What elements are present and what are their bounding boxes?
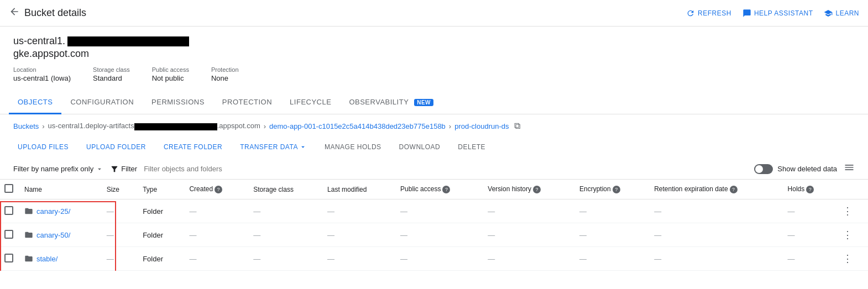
public-access-label: Public access bbox=[152, 66, 189, 73]
tab-configuration[interactable]: CONFIGURATION bbox=[61, 91, 143, 114]
new-badge: NEW bbox=[414, 99, 433, 106]
th-name: Name bbox=[18, 180, 100, 199]
row-checkbox-2[interactable] bbox=[4, 254, 13, 262]
cell-sc-0: — bbox=[247, 199, 321, 223]
location-value: us-central1 (Iowa) bbox=[13, 74, 71, 82]
bucket-name-prefix: us-central1. bbox=[13, 35, 65, 47]
folder-link-0[interactable]: canary-25/ bbox=[24, 207, 93, 216]
refresh-button[interactable]: REFRESH bbox=[686, 9, 731, 18]
create-folder-button[interactable]: CREATE FOLDER bbox=[159, 140, 227, 154]
table-row: canary-25/ — Folder — — — — — — — — ⋮ bbox=[0, 199, 868, 223]
header-row: Name Size Type Created? Storage class La… bbox=[0, 180, 868, 199]
th-size: Size bbox=[100, 180, 137, 199]
toolbar: UPLOAD FILES UPLOAD FOLDER CREATE FOLDER… bbox=[0, 138, 868, 159]
breadcrumb-bucket-path[interactable]: us-central1.deploy-artifacts.appspot.com bbox=[48, 122, 260, 130]
folder-name-0: canary-25/ bbox=[36, 207, 70, 216]
table-wrapper: Name Size Type Created? Storage class La… bbox=[0, 180, 868, 271]
cell-name-0: canary-25/ bbox=[18, 199, 100, 223]
copy-icon[interactable]: ⧉ bbox=[514, 121, 520, 131]
created-help-icon[interactable]: ? bbox=[215, 186, 222, 193]
more-button-1[interactable]: ⋮ bbox=[843, 229, 853, 241]
filter-row: Filter by name prefix only Filter Show d… bbox=[0, 159, 868, 180]
more-button-2[interactable]: ⋮ bbox=[843, 253, 853, 265]
cell-more-2: ⋮ bbox=[836, 247, 868, 271]
bucket-name-redacted bbox=[67, 36, 189, 46]
cell-vh-2: — bbox=[481, 247, 573, 271]
bucket-header: us-central1. gke.appspot.com Location us… bbox=[0, 27, 868, 87]
tab-protection[interactable]: PROTECTION bbox=[213, 91, 281, 114]
cell-created-1: — bbox=[182, 223, 247, 247]
columns-icon[interactable] bbox=[844, 162, 855, 176]
breadcrumb-buckets[interactable]: Buckets bbox=[13, 122, 39, 130]
cell-size-0: — bbox=[100, 199, 137, 223]
cell-size-2: — bbox=[100, 247, 137, 271]
manage-holds-button[interactable]: MANAGE HOLDS bbox=[320, 140, 386, 154]
delete-button[interactable]: DELETE bbox=[453, 140, 490, 154]
breadcrumb-sep1: › bbox=[42, 122, 44, 130]
filter-prefix-selector[interactable]: Filter by name prefix only bbox=[13, 165, 103, 173]
filter-label: Filter bbox=[121, 165, 137, 173]
tab-lifecycle[interactable]: LIFECYCLE bbox=[281, 91, 340, 114]
help-assistant-button[interactable]: HELP ASSISTANT bbox=[742, 9, 813, 18]
refresh-label: REFRESH bbox=[698, 9, 731, 17]
cell-enc-0: — bbox=[573, 199, 647, 223]
row-checkbox-1[interactable] bbox=[4, 230, 13, 239]
back-button[interactable] bbox=[9, 6, 20, 20]
row-checkbox-0[interactable] bbox=[4, 206, 13, 215]
cell-sc-1: — bbox=[247, 223, 321, 247]
cell-lm-0: — bbox=[321, 199, 394, 223]
storage-class-label: Storage class bbox=[93, 66, 130, 73]
tab-observability[interactable]: OBSERVABILITY NEW bbox=[340, 91, 442, 114]
public-access-help-icon[interactable]: ? bbox=[442, 186, 450, 193]
learn-button[interactable]: LEARN bbox=[824, 9, 859, 18]
row-checkbox-cell bbox=[0, 247, 18, 271]
tabs: OBJECTS CONFIGURATION PERMISSIONS PROTEC… bbox=[0, 91, 868, 114]
public-access-value: Not public bbox=[152, 74, 184, 82]
breadcrumb-folder2[interactable]: prod-cloudrun-ds bbox=[454, 122, 509, 130]
filter-input[interactable] bbox=[144, 165, 747, 173]
cell-lm-2: — bbox=[321, 247, 394, 271]
cell-more-0: ⋮ bbox=[836, 199, 868, 223]
show-deleted-toggle[interactable] bbox=[754, 164, 773, 174]
breadcrumb-folder1[interactable]: demo-app-001-c1015e2c5a414b438ded23eb775… bbox=[269, 122, 446, 130]
bucket-domain: gke.appspot.com bbox=[13, 48, 855, 60]
encryption-help-icon[interactable]: ? bbox=[613, 186, 620, 193]
table-row: canary-50/ — Folder — — — — — — — — ⋮ bbox=[0, 223, 868, 247]
location-label: Location bbox=[13, 66, 71, 73]
filter-button[interactable]: Filter bbox=[110, 165, 137, 174]
meta-public-access: Public access Not public bbox=[152, 66, 189, 82]
tab-permissions[interactable]: PERMISSIONS bbox=[143, 91, 213, 114]
folder-name-2: stable/ bbox=[36, 255, 57, 263]
filter-prefix-label: Filter by name prefix only bbox=[13, 165, 93, 173]
th-storage-class: Storage class bbox=[247, 180, 321, 199]
holds-help-icon[interactable]: ? bbox=[806, 186, 814, 193]
th-last-modified: Last modified bbox=[321, 180, 394, 199]
breadcrumb-redacted bbox=[134, 123, 217, 130]
cell-created-0: — bbox=[182, 199, 247, 223]
filter-right: Show deleted data bbox=[754, 162, 855, 176]
table-header: Name Size Type Created? Storage class La… bbox=[0, 180, 868, 199]
folder-link-1[interactable]: canary-50/ bbox=[24, 230, 93, 239]
th-created: Created? bbox=[182, 180, 247, 199]
toggle-knob bbox=[755, 165, 763, 173]
transfer-data-button[interactable]: TRANSFER DATA bbox=[236, 140, 311, 154]
cell-created-2: — bbox=[182, 247, 247, 271]
th-actions bbox=[836, 180, 868, 199]
download-button[interactable]: DOWNLOAD bbox=[395, 140, 445, 154]
upload-folder-button[interactable]: UPLOAD FOLDER bbox=[82, 140, 150, 154]
tab-objects[interactable]: OBJECTS bbox=[9, 91, 61, 114]
version-history-help-icon[interactable]: ? bbox=[533, 186, 541, 193]
more-button-0[interactable]: ⋮ bbox=[843, 205, 853, 217]
cell-type-2: Folder bbox=[136, 247, 182, 271]
folder-name-1: canary-50/ bbox=[36, 231, 70, 239]
observability-label: OBSERVABILITY bbox=[349, 98, 409, 106]
folder-link-2[interactable]: stable/ bbox=[24, 254, 93, 263]
select-all-checkbox[interactable] bbox=[4, 184, 13, 193]
storage-class-value: Standard bbox=[93, 74, 122, 82]
th-holds: Holds? bbox=[781, 180, 836, 199]
learn-label: LEARN bbox=[835, 9, 859, 17]
protection-label: Protection bbox=[211, 66, 239, 73]
cell-pa-2: — bbox=[394, 247, 481, 271]
retention-help-icon[interactable]: ? bbox=[730, 186, 738, 193]
upload-files-button[interactable]: UPLOAD FILES bbox=[13, 140, 73, 154]
